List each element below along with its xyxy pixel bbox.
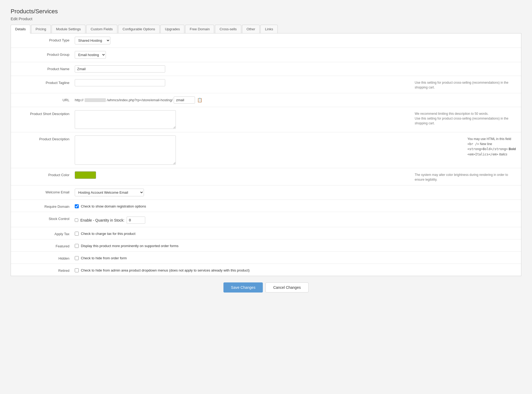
tab-free-domain[interactable]: Free Domain [185,25,214,33]
product-type-label: Product Type [16,37,75,42]
hidden-control: Check to hide from order form [75,255,516,260]
tab-custom-fields[interactable]: Custom Fields [86,25,117,33]
product-name-row: Product Name [11,62,521,76]
product-name-input[interactable] [75,65,165,73]
stock-control-text[interactable]: Enable - Quantity in Stock: [80,218,124,222]
apply-tax-checkbox-row: Check to charge tax for this product [75,230,135,236]
product-type-row: Product Type Shared Hosting Reseller Hos… [11,33,521,48]
featured-control: Display this product more prominently on… [75,243,516,248]
retired-checkbox[interactable] [75,268,79,272]
hidden-row: Hidden Check to hide from order form [11,252,521,264]
tab-module-settings[interactable]: Module Settings [52,25,85,33]
desc-hint-br: <br /> [467,142,479,146]
require-domain-text[interactable]: Check to show domain registration option… [81,204,146,208]
tab-links[interactable]: Links [260,25,277,33]
apply-tax-checkbox[interactable] [75,232,79,236]
cancel-button[interactable]: Cancel Changes [265,282,309,293]
tab-configurable-options[interactable]: Configurable Options [118,25,160,33]
short-desc-hint: We recommend limiting this description t… [409,110,516,126]
product-color-control [75,171,409,179]
page-title: Products/Services [11,8,521,15]
product-tagline-label: Product Tagline [16,79,75,85]
tab-bar: Details Pricing Module Settings Custom F… [11,25,521,33]
url-label: URL [16,96,75,102]
featured-checkbox-row: Display this product more prominently on… [75,243,178,248]
product-color-swatch[interactable] [75,171,96,179]
desc-hint-italics: Italics [499,152,507,156]
url-row: URL http:// /whmcs/index.php?rp=/store/e… [11,93,521,107]
tab-upgrades[interactable]: Upgrades [160,25,184,33]
product-name-control [75,65,516,73]
tab-other[interactable]: Other [242,25,260,33]
desc-hint-line1: You may use HTML in this field [467,137,511,141]
desc-hint-em-tag: <em>Italics</em> [467,152,498,156]
require-domain-checkbox[interactable] [75,204,79,208]
product-type-select[interactable]: Shared Hosting Reseller Hosting Server/V… [75,37,110,44]
stock-control-row: Stock Control Enable - Quantity in Stock… [11,212,521,227]
tab-pricing[interactable]: Pricing [31,25,51,33]
url-slug-input[interactable] [174,96,195,104]
stock-control-label: Stock Control [16,215,75,221]
product-tagline-row: Product Tagline Use this setting for pro… [11,76,521,93]
apply-tax-text[interactable]: Check to charge tax for this product [81,232,135,236]
retired-text[interactable]: Check to hide from admin area product dr… [81,268,250,272]
url-control: http:// /whmcs/index.php?rp=/store/email… [75,96,516,104]
url-middle: /whmcs/index.php?rp=/store/email-hosting… [107,98,173,102]
product-tagline-input[interactable] [75,79,165,86]
product-group-control: Email hosting Web Hosting VPS Domains [75,51,516,59]
product-desc-row: Product Description You may use HTML in … [11,132,521,168]
retired-label: Retired [16,267,75,273]
apply-tax-row: Apply Tax Check to charge tax for this p… [11,227,521,239]
hidden-checkbox-row: Check to hide from order form [75,255,127,260]
tab-cross-sells[interactable]: Cross-sells [215,25,241,33]
save-button[interactable]: Save Changes [223,282,263,293]
stock-control-checkbox[interactable] [75,218,78,222]
short-desc-label: Product Short Description [16,110,75,116]
require-domain-control: Check to show domain registration option… [75,203,516,208]
hidden-text[interactable]: Check to hide from order form [81,256,127,260]
apply-tax-control: Check to charge tax for this product [75,230,516,236]
product-desc-control [75,135,462,165]
apply-tax-label: Apply Tax [16,230,75,236]
retired-control: Check to hide from admin area product dr… [75,267,516,272]
product-color-hint: The system may alter color brightness du… [409,171,516,182]
page-subtitle: Edit Product [11,16,521,21]
short-desc-hint1: We recommend limiting this description t… [415,112,488,116]
desc-hint-strong-tag: <strong>Bold</strong> [467,147,508,151]
featured-row: Featured Display this product more promi… [11,239,521,252]
stock-quantity-input[interactable] [127,217,145,224]
short-desc-row: Product Short Description We recommend l… [11,107,521,132]
require-domain-row: Require Domain Check to show domain regi… [11,200,521,212]
product-group-row: Product Group Email hosting Web Hosting … [11,48,521,62]
tab-details[interactable]: Details [11,25,30,33]
product-type-control: Shared Hosting Reseller Hosting Server/V… [75,37,516,44]
desc-hint-newline: New line [480,142,492,146]
short-desc-hint2: Use this setting for product cross-selli… [415,117,508,125]
short-desc-control [75,110,409,129]
short-desc-textarea[interactable] [75,110,176,129]
product-desc-label: Product Description [16,135,75,141]
stock-control-control: Enable - Quantity in Stock: [75,215,516,224]
product-tagline-control [75,79,409,86]
product-desc-hint: You may use HTML in this field <br /> Ne… [462,135,516,157]
welcome-email-control: Hosting Account Welcome Email None Defau… [75,189,516,196]
product-group-select[interactable]: Email hosting Web Hosting VPS Domains [75,51,106,59]
welcome-email-row: Welcome Email Hosting Account Welcome Em… [11,185,521,200]
featured-label: Featured [16,243,75,248]
featured-text[interactable]: Display this product more prominently on… [81,244,178,248]
product-group-label: Product Group [16,51,75,57]
require-domain-label: Require Domain [16,203,75,209]
hidden-checkbox[interactable] [75,256,79,260]
hidden-label: Hidden [16,255,75,260]
desc-hint-bold: Bold [509,147,516,151]
product-desc-textarea[interactable] [75,135,176,165]
copy-icon[interactable]: 📋 [197,98,202,103]
details-panel: Product Type Shared Hosting Reseller Hos… [11,33,521,276]
url-container: http:// /whmcs/index.php?rp=/store/email… [75,96,202,104]
product-name-label: Product Name [16,65,75,71]
welcome-email-label: Welcome Email [16,189,75,194]
retired-checkbox-row: Check to hide from admin area product dr… [75,267,250,272]
featured-checkbox[interactable] [75,244,79,248]
require-domain-checkbox-row: Check to show domain registration option… [75,203,146,208]
welcome-email-select[interactable]: Hosting Account Welcome Email None Defau… [75,189,144,196]
